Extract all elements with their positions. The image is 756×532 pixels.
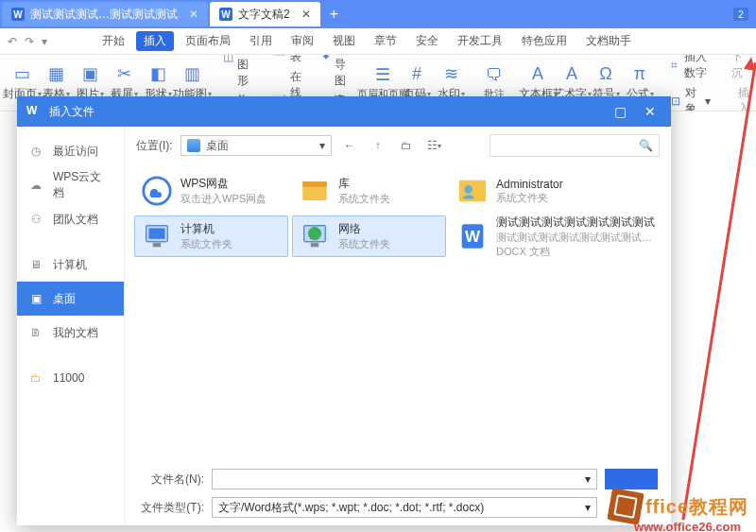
menu-assist[interactable]: 文档助手 xyxy=(578,31,639,51)
chart-icon: 📊 xyxy=(272,55,286,56)
insert-file-dialog: W 插入文件 ▢ ✕ ◷最近访问 ☁WPS云文档 ⚇团队文档 🖥计算机 ▣桌面 … xyxy=(17,96,671,525)
user-icon xyxy=(456,175,489,207)
undo-redo: ↶ ↷ ▾ xyxy=(8,35,47,48)
dropdown-icon[interactable]: ▾ xyxy=(42,35,47,48)
filetype-select[interactable]: 文字/Word格式(*.wps; *.wpt; *.doc; *.dot; *.… xyxy=(212,497,597,518)
menu-start[interactable]: 开始 xyxy=(94,31,132,51)
team-icon: ⚇ xyxy=(28,212,43,227)
dialog-titlebar: W 插入文件 ▢ ✕ xyxy=(17,96,671,127)
dropdown-icon[interactable]: ▾ xyxy=(585,501,591,514)
sidebar-cloud[interactable]: ☁WPS云文档 xyxy=(17,168,124,202)
svg-rect-2 xyxy=(302,181,327,187)
wps-icon: W xyxy=(219,8,232,21)
annotation-arrow xyxy=(681,62,756,520)
maximize-button[interactable]: ▢ xyxy=(609,100,631,123)
folder-icon: 🗀 xyxy=(28,370,43,386)
filename-input[interactable]: ▾ xyxy=(212,469,597,489)
file-item-docx[interactable]: W 测试测试测试测试测试测试测试测试测试测试测试测试测试测试…DOCX 文档 xyxy=(450,215,662,257)
location-select[interactable]: 桌面 ▾ xyxy=(180,135,332,156)
watermark-text1: ffice教程网 xyxy=(645,494,748,520)
hf-icon: ☰ xyxy=(372,64,393,85)
document-tabbar: W 测试测试测试…测试测试测试 ✕ W 文字文稿2 ✕ + 2 xyxy=(0,0,756,28)
annotation-arrowhead xyxy=(744,56,756,71)
pn-icon: # xyxy=(406,63,427,84)
chart-button[interactable]: 📊图表 xyxy=(272,55,302,65)
up-button[interactable]: ↑ xyxy=(368,135,388,156)
file-item-network[interactable]: 网络系统文件夹 xyxy=(292,215,446,257)
cloud-icon xyxy=(141,175,173,207)
close-icon[interactable]: ✕ xyxy=(189,8,198,21)
file-item-computer[interactable]: 计算机系统文件夹 xyxy=(134,215,288,257)
network-icon xyxy=(299,220,331,252)
menu-dev[interactable]: 开发工具 xyxy=(450,31,510,51)
desk-icon: ▣ xyxy=(28,291,43,306)
menu-bar: ↶ ↷ ▾ 开始 插入 页面布局 引用 审阅 视图 章节 安全 开发工具 特色应… xyxy=(0,28,756,55)
attach-button[interactable]: 📎插入附件 xyxy=(720,85,750,112)
badge: 2 xyxy=(733,8,748,21)
svg-point-9 xyxy=(308,227,321,240)
wordart-icon: A xyxy=(561,63,582,84)
library-icon xyxy=(299,175,331,207)
newfolder-button[interactable]: 🗀 xyxy=(396,135,417,156)
watermark: ffice教程网 xyxy=(610,490,748,523)
menu-ref[interactable]: 引用 xyxy=(242,31,280,51)
shape-icon: ◧ xyxy=(147,63,168,84)
menu-special[interactable]: 特色应用 xyxy=(514,31,575,51)
sidebar-team[interactable]: ⚇团队文档 xyxy=(17,202,124,236)
menu-insert[interactable]: 插入 xyxy=(136,31,174,51)
pc-icon xyxy=(141,220,173,252)
redo-icon[interactable]: ↷ xyxy=(25,35,34,48)
filetype-label: 文件类型(T): xyxy=(138,500,204,516)
menu-security[interactable]: 安全 xyxy=(408,31,446,51)
back-button[interactable]: ← xyxy=(339,135,360,156)
clock-icon: ◷ xyxy=(28,144,43,159)
svg-rect-7 xyxy=(153,243,162,247)
wps-icon: W xyxy=(11,8,25,21)
insert-object-button[interactable]: ⊡对象▾ xyxy=(671,85,711,112)
close-button[interactable]: ✕ xyxy=(639,100,662,123)
svg-rect-6 xyxy=(149,229,165,239)
docx-icon: W xyxy=(456,220,489,252)
tab-label: 测试测试测试…测试测试测试 xyxy=(30,7,178,23)
sidebar-desktop[interactable]: ▣桌面 xyxy=(17,282,124,316)
search-input[interactable]: 🔍 xyxy=(490,134,660,157)
insert-number-button[interactable]: ⌗插入数字 xyxy=(671,55,711,81)
menu-view[interactable]: 视图 xyxy=(325,31,363,51)
location-label: 位置(I): xyxy=(136,138,173,154)
tab-doc2[interactable]: W 文字文稿2 ✕ xyxy=(210,2,320,26)
file-item-wpsdisk[interactable]: WPS网盘双击进入WPS网盘 xyxy=(134,170,288,212)
dialog-footer: 文件名(N): ▾ 文件类型(T): 文字/Word格式(*.wps; *.wp… xyxy=(125,461,671,525)
desktop-icon xyxy=(187,139,200,152)
menu-pagelayout[interactable]: 页面布局 xyxy=(178,31,238,51)
sidebar-recent[interactable]: ◷最近访问 xyxy=(17,134,124,168)
menu-chapter[interactable]: 章节 xyxy=(367,31,404,51)
dropdown-icon[interactable]: ▾ xyxy=(585,472,591,486)
close-icon[interactable]: ✕ xyxy=(301,8,311,21)
file-item-admin[interactable]: Administrator系统文件夹 xyxy=(450,170,662,212)
dropcap-icon: A xyxy=(720,55,728,56)
open-button[interactable] xyxy=(605,469,658,489)
sidebar-folder[interactable]: 🗀11000 xyxy=(17,361,124,395)
watermark-url: www.office26.com xyxy=(634,520,741,532)
sidebar-mydocs[interactable]: 🗎我的文档 xyxy=(17,316,124,350)
smartart-button[interactable]: ◫智能图形 xyxy=(223,55,253,89)
mindmap-button[interactable]: ✦思维导图 xyxy=(321,55,352,89)
undo-icon[interactable]: ↶ xyxy=(8,35,17,48)
svg-rect-10 xyxy=(311,243,319,247)
add-tab-button[interactable]: + xyxy=(322,6,346,23)
textbox-icon: A xyxy=(527,63,548,84)
tab-doc1[interactable]: W 测试测试测试…测试测试测试 ✕ xyxy=(2,2,208,26)
svg-text:W: W xyxy=(465,228,481,246)
view-button[interactable]: ☷ ▾ xyxy=(424,135,445,156)
dialog-title: 插入文件 xyxy=(49,104,94,120)
search-icon: 🔍 xyxy=(639,139,653,152)
sidebar-computer[interactable]: 🖥计算机 xyxy=(17,248,124,282)
wps-icon: W xyxy=(26,104,42,119)
menu-review[interactable]: 审阅 xyxy=(284,31,321,51)
file-grid: WPS网盘双击进入WPS网盘 库系统文件夹 Administrator系统文件夹… xyxy=(125,164,671,461)
file-item-library[interactable]: 库系统文件夹 xyxy=(292,170,446,212)
num-icon: ⌗ xyxy=(671,59,680,72)
table-icon: ▦ xyxy=(45,63,66,84)
pc-icon: 🖥 xyxy=(28,257,43,272)
smart-icon: ◫ xyxy=(223,55,233,63)
